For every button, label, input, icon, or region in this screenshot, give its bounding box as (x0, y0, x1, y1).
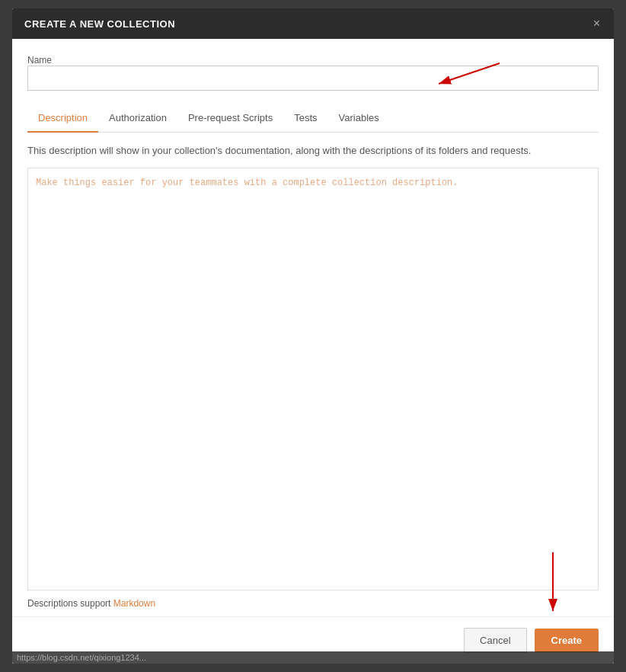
tab-description[interactable]: Description (27, 104, 98, 133)
modal-close-button[interactable]: × (592, 18, 602, 30)
name-input-wrapper: 文件夹的名称，自己命名 (27, 66, 599, 91)
description-textarea[interactable] (27, 168, 599, 591)
modal-header: CREATE A NEW COLLECTION × (12, 8, 614, 39)
modal-title: CREATE A NEW COLLECTION (24, 18, 175, 30)
cancel-button[interactable]: Cancel (464, 628, 526, 653)
collection-name-input[interactable]: 文件夹的名称，自己命名 (27, 66, 599, 91)
description-info-text: This description will show in your colle… (27, 143, 599, 158)
tab-authorization[interactable]: Authorization (98, 104, 177, 133)
markdown-prefix: Descriptions support (27, 598, 113, 609)
name-label: Name (27, 55, 52, 66)
url-text: https://blog.csdn.net/qixiong1234... (17, 653, 146, 662)
modal-overlay: CREATE A NEW COLLECTION × Name (0, 0, 626, 672)
markdown-note: Descriptions support Markdown (27, 590, 599, 616)
markdown-link[interactable]: Markdown (113, 598, 155, 609)
url-bar: https://blog.csdn.net/qixiong1234... (12, 651, 614, 664)
tab-pre-request-scripts[interactable]: Pre-request Scripts (177, 104, 283, 133)
tab-bar: Description Authorization Pre-request Sc… (27, 104, 599, 133)
description-tab-content: This description will show in your colle… (27, 143, 599, 590)
modal-body: Name 文件夹的名称，自己命名 (12, 39, 614, 616)
create-button[interactable]: Create (535, 629, 599, 652)
tab-variables[interactable]: Variables (328, 104, 390, 133)
tab-tests[interactable]: Tests (283, 104, 327, 133)
modal-dialog: CREATE A NEW COLLECTION × Name (12, 8, 614, 664)
